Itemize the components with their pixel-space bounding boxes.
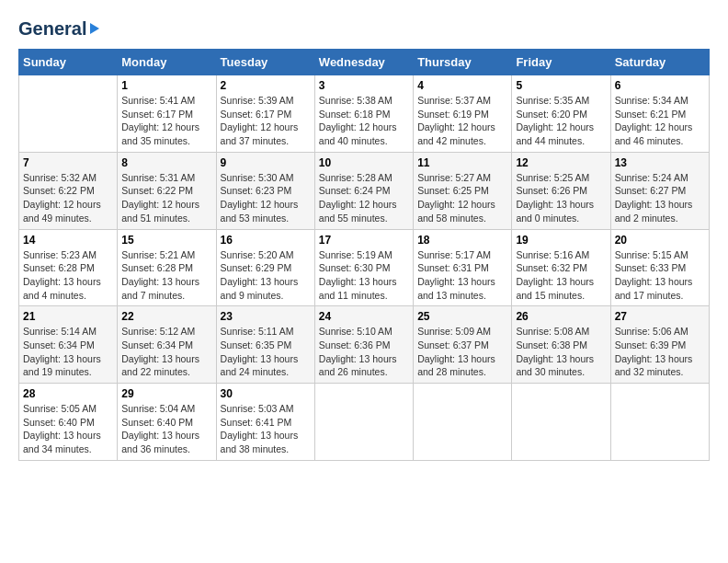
day-number: 5 [516, 79, 606, 92]
day-number: 21 [23, 310, 113, 323]
day-info: Sunrise: 5:14 AM Sunset: 6:34 PM Dayligh… [23, 325, 113, 379]
day-info: Sunrise: 5:37 AM Sunset: 6:19 PM Dayligh… [417, 94, 507, 148]
day-number: 17 [319, 234, 409, 247]
day-number: 19 [516, 234, 606, 247]
calendar-cell: 16Sunrise: 5:20 AM Sunset: 6:29 PM Dayli… [216, 229, 314, 306]
day-number: 25 [417, 310, 507, 323]
calendar-cell: 27Sunrise: 5:06 AM Sunset: 6:39 PM Dayli… [610, 306, 709, 384]
day-number: 24 [319, 310, 409, 323]
calendar-cell: 9Sunrise: 5:30 AM Sunset: 6:23 PM Daylig… [216, 152, 314, 229]
weekday-header-friday: Friday [512, 50, 610, 75]
day-number: 1 [121, 79, 211, 92]
calendar-cell: 7Sunrise: 5:32 AM Sunset: 6:22 PM Daylig… [19, 152, 118, 229]
calendar-cell: 2Sunrise: 5:39 AM Sunset: 6:17 PM Daylig… [216, 75, 314, 153]
logo-line1: General [18, 18, 99, 40]
calendar-cell: 6Sunrise: 5:34 AM Sunset: 6:21 PM Daylig… [610, 75, 709, 153]
day-number: 13 [615, 156, 705, 169]
weekday-header-sunday: Sunday [19, 50, 118, 75]
day-number: 10 [319, 156, 409, 169]
day-number: 16 [221, 234, 311, 247]
day-info: Sunrise: 5:31 AM Sunset: 6:22 PM Dayligh… [121, 171, 211, 225]
day-info: Sunrise: 5:09 AM Sunset: 6:37 PM Dayligh… [417, 325, 507, 379]
day-number: 8 [121, 156, 211, 169]
day-info: Sunrise: 5:04 AM Sunset: 6:40 PM Dayligh… [121, 402, 211, 456]
day-info: Sunrise: 5:24 AM Sunset: 6:27 PM Dayligh… [615, 171, 705, 225]
day-number: 29 [121, 387, 211, 400]
calendar-week-4: 21Sunrise: 5:14 AM Sunset: 6:34 PM Dayli… [19, 306, 710, 384]
day-info: Sunrise: 5:15 AM Sunset: 6:33 PM Dayligh… [615, 248, 705, 303]
day-info: Sunrise: 5:17 AM Sunset: 6:31 PM Dayligh… [417, 248, 507, 303]
weekday-header-tuesday: Tuesday [216, 50, 314, 75]
day-info: Sunrise: 5:39 AM Sunset: 6:17 PM Dayligh… [221, 94, 311, 148]
day-info: Sunrise: 5:05 AM Sunset: 6:40 PM Dayligh… [23, 402, 113, 456]
day-number: 23 [221, 310, 311, 323]
page-header: General [18, 18, 710, 40]
calendar-cell: 13Sunrise: 5:24 AM Sunset: 6:27 PM Dayli… [610, 152, 709, 229]
day-info: Sunrise: 5:28 AM Sunset: 6:24 PM Dayligh… [319, 171, 409, 225]
day-number: 27 [615, 310, 705, 323]
calendar-week-1: 1Sunrise: 5:41 AM Sunset: 6:17 PM Daylig… [19, 75, 710, 153]
day-number: 30 [221, 387, 311, 400]
calendar-cell: 3Sunrise: 5:38 AM Sunset: 6:18 PM Daylig… [314, 75, 413, 153]
logo-arrow-icon [90, 23, 99, 34]
calendar-cell: 8Sunrise: 5:31 AM Sunset: 6:22 PM Daylig… [118, 152, 216, 229]
weekday-header-thursday: Thursday [414, 50, 512, 75]
day-info: Sunrise: 5:34 AM Sunset: 6:21 PM Dayligh… [615, 94, 705, 148]
day-number: 6 [615, 79, 705, 92]
day-info: Sunrise: 5:41 AM Sunset: 6:17 PM Dayligh… [121, 94, 211, 148]
day-info: Sunrise: 5:08 AM Sunset: 6:38 PM Dayligh… [516, 325, 606, 379]
day-info: Sunrise: 5:16 AM Sunset: 6:32 PM Dayligh… [516, 248, 606, 303]
calendar-cell: 30Sunrise: 5:03 AM Sunset: 6:41 PM Dayli… [216, 384, 314, 461]
day-number: 12 [516, 156, 606, 169]
calendar-cell: 29Sunrise: 5:04 AM Sunset: 6:40 PM Dayli… [118, 384, 216, 461]
day-info: Sunrise: 5:35 AM Sunset: 6:20 PM Dayligh… [516, 94, 606, 148]
day-info: Sunrise: 5:06 AM Sunset: 6:39 PM Dayligh… [615, 325, 705, 379]
day-number: 4 [417, 79, 507, 92]
calendar-cell: 11Sunrise: 5:27 AM Sunset: 6:25 PM Dayli… [414, 152, 512, 229]
day-info: Sunrise: 5:10 AM Sunset: 6:36 PM Dayligh… [319, 325, 409, 379]
day-info: Sunrise: 5:19 AM Sunset: 6:30 PM Dayligh… [319, 248, 409, 303]
calendar-cell: 14Sunrise: 5:23 AM Sunset: 6:28 PM Dayli… [19, 229, 118, 306]
calendar-week-5: 28Sunrise: 5:05 AM Sunset: 6:40 PM Dayli… [19, 384, 710, 461]
logo-general-text: General [18, 18, 86, 40]
day-info: Sunrise: 5:11 AM Sunset: 6:35 PM Dayligh… [221, 325, 311, 379]
calendar-cell: 26Sunrise: 5:08 AM Sunset: 6:38 PM Dayli… [512, 306, 610, 384]
day-number: 9 [221, 156, 311, 169]
day-number: 20 [615, 234, 705, 247]
day-number: 7 [23, 156, 113, 169]
day-number: 15 [121, 234, 211, 247]
calendar-cell: 24Sunrise: 5:10 AM Sunset: 6:36 PM Dayli… [314, 306, 413, 384]
calendar-cell: 15Sunrise: 5:21 AM Sunset: 6:28 PM Dayli… [118, 229, 216, 306]
calendar-cell: 23Sunrise: 5:11 AM Sunset: 6:35 PM Dayli… [216, 306, 314, 384]
calendar-cell: 4Sunrise: 5:37 AM Sunset: 6:19 PM Daylig… [414, 75, 512, 153]
calendar-header-row: SundayMondayTuesdayWednesdayThursdayFrid… [19, 50, 710, 75]
day-number: 14 [23, 234, 113, 247]
logo: General [18, 18, 99, 40]
calendar-cell [19, 75, 118, 153]
calendar-cell: 12Sunrise: 5:25 AM Sunset: 6:26 PM Dayli… [512, 152, 610, 229]
calendar-cell: 25Sunrise: 5:09 AM Sunset: 6:37 PM Dayli… [414, 306, 512, 384]
day-number: 11 [417, 156, 507, 169]
day-info: Sunrise: 5:23 AM Sunset: 6:28 PM Dayligh… [23, 248, 113, 303]
calendar-cell: 1Sunrise: 5:41 AM Sunset: 6:17 PM Daylig… [118, 75, 216, 153]
day-number: 18 [417, 234, 507, 247]
calendar-cell: 20Sunrise: 5:15 AM Sunset: 6:33 PM Dayli… [610, 229, 709, 306]
calendar-cell [610, 384, 709, 461]
weekday-header-saturday: Saturday [610, 50, 709, 75]
calendar-cell: 19Sunrise: 5:16 AM Sunset: 6:32 PM Dayli… [512, 229, 610, 306]
calendar-cell: 21Sunrise: 5:14 AM Sunset: 6:34 PM Dayli… [19, 306, 118, 384]
day-info: Sunrise: 5:30 AM Sunset: 6:23 PM Dayligh… [221, 171, 311, 225]
calendar-cell: 17Sunrise: 5:19 AM Sunset: 6:30 PM Dayli… [314, 229, 413, 306]
day-number: 28 [23, 387, 113, 400]
calendar-week-3: 14Sunrise: 5:23 AM Sunset: 6:28 PM Dayli… [19, 229, 710, 306]
calendar-cell: 18Sunrise: 5:17 AM Sunset: 6:31 PM Dayli… [414, 229, 512, 306]
day-number: 3 [319, 79, 409, 92]
day-info: Sunrise: 5:03 AM Sunset: 6:41 PM Dayligh… [221, 402, 311, 456]
day-info: Sunrise: 5:32 AM Sunset: 6:22 PM Dayligh… [23, 171, 113, 225]
day-number: 22 [121, 310, 211, 323]
calendar-cell: 10Sunrise: 5:28 AM Sunset: 6:24 PM Dayli… [314, 152, 413, 229]
calendar-cell: 22Sunrise: 5:12 AM Sunset: 6:34 PM Dayli… [118, 306, 216, 384]
calendar-cell: 28Sunrise: 5:05 AM Sunset: 6:40 PM Dayli… [19, 384, 118, 461]
day-info: Sunrise: 5:21 AM Sunset: 6:28 PM Dayligh… [121, 248, 211, 303]
calendar-week-2: 7Sunrise: 5:32 AM Sunset: 6:22 PM Daylig… [19, 152, 710, 229]
